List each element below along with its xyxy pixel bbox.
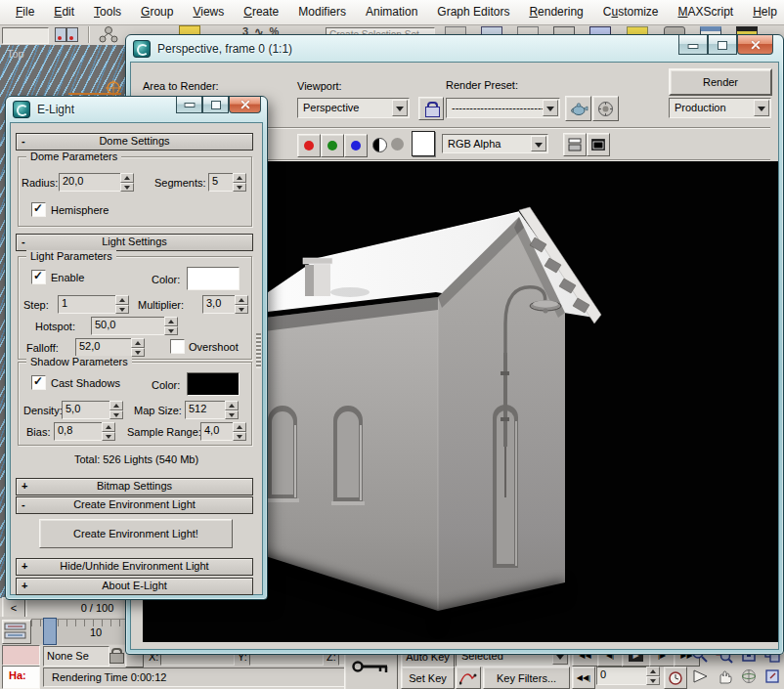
hotspot-field[interactable]: 50,0: [91, 317, 169, 335]
viewport-combo[interactable]: Perspective: [297, 98, 410, 118]
lock-icon: [425, 102, 438, 116]
render-button[interactable]: Render: [669, 68, 772, 96]
render-setup-button[interactable]: [565, 96, 591, 121]
rollout-sign: -: [22, 134, 25, 149]
gizmo-axis-line: [68, 93, 121, 95]
default-in-out-tangent-button[interactable]: [456, 667, 481, 689]
multiplier-label: Multiplier:: [138, 299, 184, 311]
alpha-channel-icon[interactable]: [391, 138, 404, 151]
menu-help[interactable]: Help: [743, 0, 784, 24]
hotspot-spinner[interactable]: [164, 317, 178, 335]
bias-field[interactable]: 0,8: [54, 422, 107, 441]
rollout-about-elight[interactable]: + About E-Light: [16, 578, 253, 595]
previous-frame-button[interactable]: <: [2, 597, 25, 619]
menu-graph-editors[interactable]: Graph Editors: [427, 0, 519, 24]
red-channel-button[interactable]: [297, 134, 321, 157]
set-key-button[interactable]: Set Key: [401, 667, 455, 689]
enable-checkbox[interactable]: [31, 270, 46, 284]
screen-icon: [591, 139, 605, 151]
menu-animation[interactable]: Animation: [356, 0, 427, 24]
maxscript-listener-white[interactable]: Ha:: [2, 666, 40, 689]
key-filters-button[interactable]: Key Filters...: [483, 667, 570, 689]
green-channel-button[interactable]: [321, 134, 344, 157]
shadow-color-swatch[interactable]: [187, 372, 240, 396]
menu-modifiers[interactable]: Modifiers: [288, 0, 356, 24]
create-environment-light-button[interactable]: Create Environment Light!: [39, 519, 233, 548]
rollout-scroll-grip[interactable]: [256, 333, 261, 368]
rollout-create-environment-light[interactable]: - Create Environment Light: [16, 496, 253, 514]
step-field[interactable]: 1: [58, 295, 120, 314]
menu-tools[interactable]: Tools: [84, 0, 131, 24]
overshoot-checkbox[interactable]: [170, 339, 185, 354]
channel-display-combo[interactable]: RGB Alpha: [442, 134, 548, 153]
mini-curve-editor-button[interactable]: [2, 620, 31, 644]
radius-spinner[interactable]: [120, 173, 134, 192]
monochrome-icon[interactable]: [372, 138, 387, 152]
rollout-bitmap-settings[interactable]: + Bitmap Settings: [16, 478, 253, 495]
mirror-icon[interactable]: [55, 26, 80, 43]
render-button-label: Render: [703, 76, 738, 88]
render-preset-combo[interactable]: --------------------------: [446, 98, 560, 118]
environment-dialog-button[interactable]: [592, 96, 619, 121]
blue-channel-button[interactable]: [344, 134, 368, 157]
pan-hand-icon: [716, 667, 733, 685]
cast-shadows-checkbox[interactable]: [31, 375, 46, 390]
time-configuration-button[interactable]: [664, 667, 687, 689]
minimize-button[interactable]: [678, 35, 708, 55]
menu-maxscript[interactable]: MAXScript: [669, 0, 744, 24]
clear-image-button[interactable]: [587, 133, 610, 156]
menu-views[interactable]: Views: [183, 0, 234, 24]
maxscript-listener-pink[interactable]: [2, 645, 40, 666]
current-frame-field[interactable]: 0: [596, 667, 651, 685]
menu-group[interactable]: Group: [131, 0, 183, 24]
density-field[interactable]: 5,0: [62, 401, 114, 419]
map-size-field[interactable]: 512: [185, 401, 230, 419]
map-size-spinner[interactable]: [225, 401, 239, 419]
rollout-light-settings[interactable]: - Light Settings: [16, 234, 253, 251]
falloff-spinner[interactable]: [131, 338, 145, 357]
sample-range-spinner[interactable]: [233, 422, 246, 441]
selection-lock-icon[interactable]: [109, 648, 122, 663]
field-of-view-button[interactable]: [688, 666, 712, 687]
viewport-combo-label: Viewport:: [297, 80, 342, 92]
viewport-label[interactable]: Top: [7, 48, 24, 60]
close-button[interactable]: [737, 35, 773, 55]
menu-file[interactable]: File: [6, 0, 44, 24]
radius-field[interactable]: 20,0: [59, 173, 125, 192]
step-spinner[interactable]: [115, 295, 129, 314]
clear-color-swatch[interactable]: [412, 131, 435, 156]
menu-edit[interactable]: Edit: [44, 0, 84, 24]
track-bar-handle[interactable]: [43, 618, 57, 645]
rollout-sign: +: [22, 559, 27, 574]
menu-customize[interactable]: Customize: [593, 0, 669, 24]
bias-spinner[interactable]: [102, 422, 115, 441]
segments-spinner[interactable]: [233, 173, 246, 192]
falloff-field[interactable]: 52,0: [75, 338, 136, 357]
shadow-color-label: Color:: [152, 379, 180, 391]
light-color-swatch[interactable]: [187, 267, 240, 290]
hemisphere-checkbox[interactable]: [31, 202, 46, 217]
density-spinner[interactable]: [109, 401, 123, 419]
menu-rendering[interactable]: Rendering: [519, 0, 592, 24]
rollout-hide-unhide-environment-light[interactable]: + Hide/Unhide Environment Light: [16, 558, 253, 576]
pan-button[interactable]: [713, 666, 736, 687]
set-key-label: Set Key: [409, 672, 447, 684]
multiplier-spinner[interactable]: [235, 295, 248, 314]
maximize-button[interactable]: [708, 35, 737, 55]
rollout-label: Dome Settings: [99, 135, 169, 147]
close-button[interactable]: [229, 97, 261, 113]
maximize-button[interactable]: [202, 97, 229, 113]
frame-spinner[interactable]: [646, 667, 660, 685]
minimize-button[interactable]: [176, 97, 202, 113]
menu-create[interactable]: Create: [234, 0, 288, 24]
group-label: Shadow Parameters: [26, 356, 132, 367]
render-target-combo[interactable]: Production: [669, 98, 771, 118]
clone-window-button[interactable]: [563, 133, 587, 156]
named-selection-combo[interactable]: [2, 27, 49, 44]
viewport-lock-button[interactable]: [418, 97, 444, 120]
rollout-dome-settings[interactable]: - Dome Settings: [16, 133, 253, 151]
select-and-link-icon[interactable]: [98, 25, 119, 44]
orbit-button[interactable]: [737, 666, 761, 687]
key-mode-toggle-button[interactable]: ◀◀|: [572, 667, 595, 689]
maximize-viewport-button[interactable]: [762, 666, 783, 687]
